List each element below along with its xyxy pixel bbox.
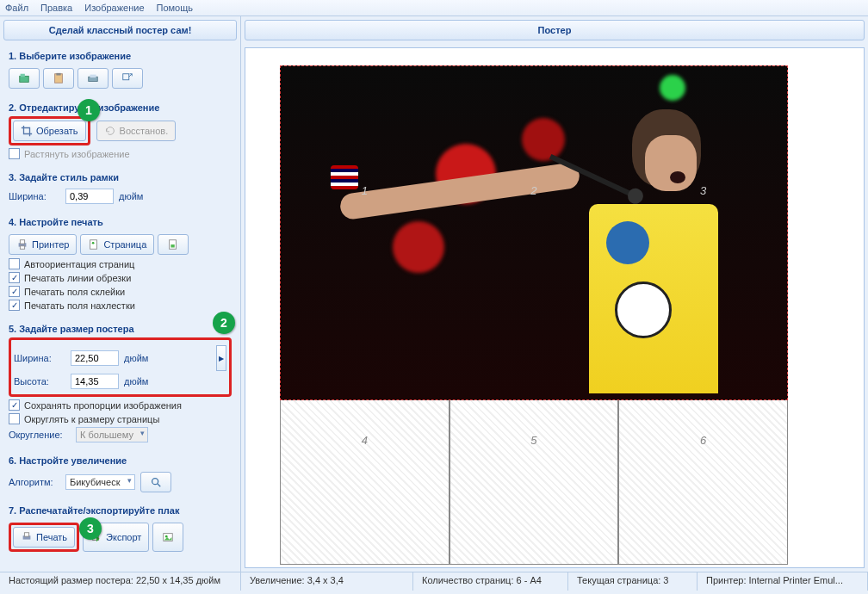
svg-rect-6	[123, 74, 129, 80]
svg-line-15	[157, 484, 160, 487]
section-6-title: 6. Настройте увеличение	[9, 452, 232, 469]
sidebar: Сделай классный постер сам! 1. Выберите …	[0, 16, 241, 572]
frame-width-input[interactable]	[65, 189, 114, 204]
section-2: 2. Отредактируйте изображение Обрезать В…	[0, 96, 240, 165]
restore-button: Восстанов.	[96, 121, 177, 141]
marker-2: 2	[213, 312, 235, 334]
status-page-count: Количество страниц: 6 - A4	[413, 572, 568, 591]
cut-lines-label: Печатать линии обрезки	[24, 273, 131, 283]
round-page-label: Округлять к размеру страницы	[24, 414, 159, 424]
export-image-button[interactable]	[152, 523, 183, 552]
menu-file[interactable]: Файл	[5, 3, 28, 13]
status-zoom: Увеличение: 3,4 x 3,4	[241, 572, 413, 591]
import-button[interactable]	[112, 68, 143, 89]
content: Постер 1 2 3 4 5 6	[241, 16, 868, 572]
svg-rect-17	[24, 533, 28, 536]
svg-rect-5	[90, 75, 96, 78]
preview-zoom-button[interactable]	[140, 472, 171, 492]
printer-icon	[16, 238, 28, 251]
svg-rect-1	[21, 74, 25, 77]
canvas[interactable]: 1 2 3 4 5 6	[245, 47, 865, 568]
section-3: 3. Задайте стиль рамки Ширина: дюйм	[0, 165, 240, 210]
round-page-checkbox[interactable]	[9, 413, 20, 424]
section-1-title: 1. Выберите изображение	[9, 47, 232, 65]
svg-rect-9	[20, 246, 24, 250]
menu-edit[interactable]: Правка	[40, 3, 72, 13]
rounding-label: Округление:	[9, 430, 71, 440]
frame-width-unit: дюйм	[119, 191, 143, 201]
scanner-button[interactable]	[78, 68, 108, 89]
sidebar-header[interactable]: Сделай классный постер сам!	[3, 20, 237, 40]
menu-help[interactable]: Помощь	[157, 3, 194, 13]
printer-button[interactable]: Принтер	[9, 234, 77, 255]
marker-1: 1	[78, 99, 100, 121]
page-button[interactable]: Страница	[80, 234, 154, 255]
poster-image	[280, 65, 788, 400]
stretch-checkbox[interactable]	[9, 148, 20, 159]
frame-width-label: Ширина:	[9, 191, 60, 201]
cut-lines-checkbox[interactable]	[9, 272, 20, 283]
rounding-select: К большему	[76, 427, 148, 442]
svg-rect-8	[20, 240, 24, 244]
restore-icon	[104, 125, 116, 137]
status-printer: Принтер: Internal Printer Emul...	[698, 572, 868, 591]
content-header: Постер	[245, 20, 865, 40]
section-2-title: 2. Отредактируйте изображение	[9, 99, 232, 116]
svg-rect-10	[90, 240, 97, 250]
print-button[interactable]: Печать	[13, 527, 75, 548]
overlap-fields-checkbox[interactable]	[9, 300, 20, 311]
poster-width-label: Ширина:	[14, 353, 65, 363]
marker-3: 3	[79, 517, 102, 540]
section-5-title: 5. Задайте размер постера	[9, 320, 232, 337]
overlap-fields-label: Печатать поля нахлестки	[24, 300, 135, 311]
section-6: 6. Настройте увеличение Алгоритм: Бикуби…	[0, 449, 240, 498]
poster-width-unit: дюйм	[124, 353, 148, 363]
menu-image[interactable]: Изображение	[84, 3, 144, 13]
poster-height-input[interactable]	[71, 374, 119, 389]
section-4: 4. Настройте печать Принтер Страница Авт…	[0, 210, 240, 317]
size-arrow-button[interactable]: ▶	[216, 345, 226, 371]
algo-select[interactable]: Бикубическ	[65, 474, 135, 490]
glue-fields-checkbox[interactable]	[9, 286, 20, 297]
magnifier-icon	[150, 476, 162, 488]
poster-height-label: Высота:	[14, 376, 65, 387]
svg-rect-0	[20, 76, 29, 82]
open-file-button[interactable]	[9, 68, 40, 89]
section-7: 7. Распечатайте/экспортируйте плак Печат…	[0, 498, 240, 559]
stretch-label: Растянуть изображение	[24, 149, 130, 159]
crop-button[interactable]: Обрезать	[13, 121, 86, 141]
algo-label: Алгоритм:	[9, 477, 60, 487]
main: Сделай классный постер сам! 1. Выберите …	[0, 16, 868, 572]
status-real-size: Настоящий размер постера: 22,50 x 14,35 …	[0, 572, 241, 591]
keep-ratio-label: Сохранять пропорции изображения	[24, 400, 182, 411]
svg-rect-13	[171, 244, 175, 248]
page-setup-button[interactable]	[158, 234, 189, 255]
section-1: 1. Выберите изображение	[0, 44, 240, 96]
statusbar: Настоящий размер постера: 22,50 x 14,35 …	[0, 572, 868, 591]
svg-point-14	[152, 479, 158, 485]
print-icon	[21, 531, 33, 543]
status-current-page: Текущая страница: 3	[568, 572, 698, 591]
svg-point-11	[92, 242, 95, 244]
section-3-title: 3. Задайте стиль рамки	[9, 169, 232, 186]
keep-ratio-checkbox[interactable]	[9, 399, 20, 411]
svg-rect-3	[56, 73, 60, 76]
page-icon	[88, 238, 100, 251]
poster-width-input[interactable]	[71, 350, 119, 366]
menubar: Файл Правка Изображение Помощь	[0, 0, 868, 16]
poster-height-unit: дюйм	[124, 376, 148, 387]
section-4-title: 4. Настройте печать	[9, 213, 232, 231]
glue-fields-label: Печатать поля склейки	[24, 287, 125, 297]
section-5: 5. Задайте размер постера 2 Ширина: дюйм…	[0, 317, 240, 449]
section-7-title: 7. Распечатайте/экспортируйте плак	[9, 502, 232, 519]
crop-icon	[21, 125, 33, 137]
auto-orient-label: Автоориентация страниц	[24, 259, 134, 269]
poster-pages: 1 2 3 4 5 6	[280, 65, 788, 565]
auto-orient-checkbox[interactable]	[9, 258, 20, 269]
clipboard-button[interactable]	[43, 68, 74, 89]
